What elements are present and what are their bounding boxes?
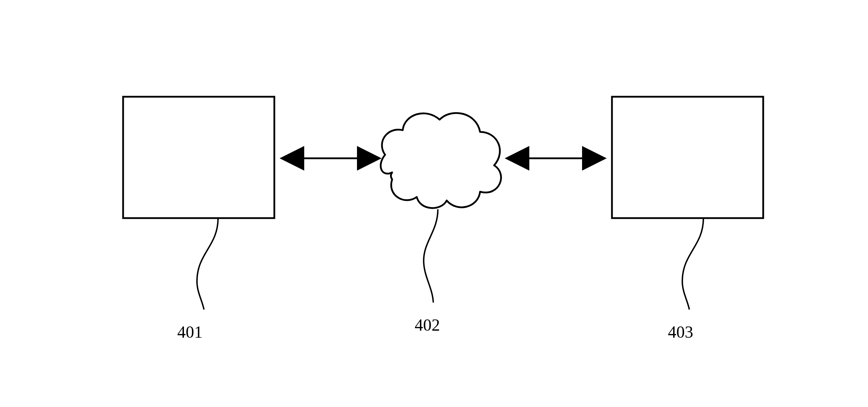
label-402: 402 [415,316,440,334]
leader-401 [197,218,218,310]
node-402: 402 [381,113,501,334]
label-403: 403 [668,323,693,341]
system-diagram: 401 402 403 [0,0,868,407]
rect-403 [612,97,763,218]
leader-403 [682,218,703,310]
label-401: 401 [177,323,203,341]
leader-402 [424,209,438,303]
node-401: 401 [123,97,274,341]
rect-401 [123,97,274,218]
node-403: 403 [612,97,763,341]
cloud-402 [381,113,501,208]
